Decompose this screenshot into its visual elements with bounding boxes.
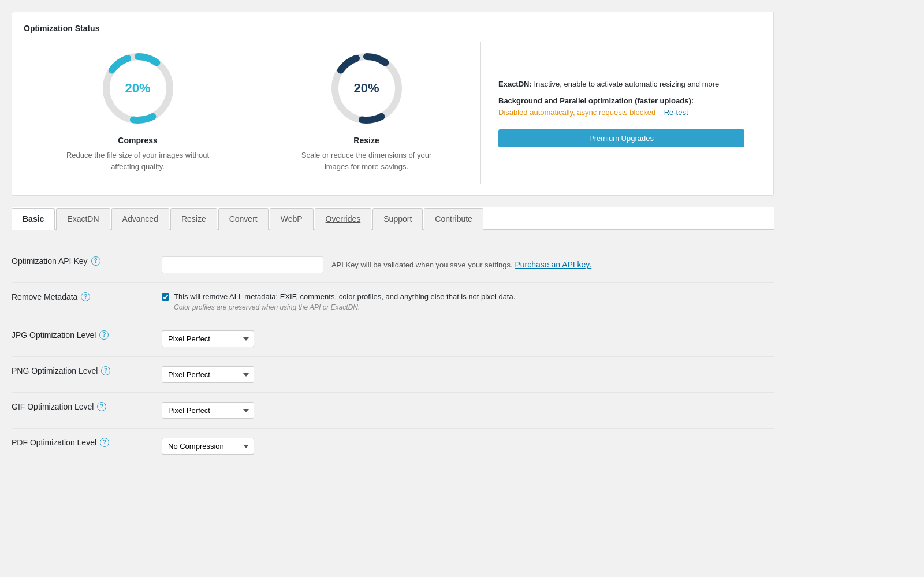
api-key-help-icon[interactable]: ? xyxy=(91,256,100,266)
png-level-row: PNG Optimization Level ? Pixel Perfect H… xyxy=(12,357,774,393)
remove-metadata-sub-text: Color profiles are preserved when using … xyxy=(174,303,515,311)
tab-overrides[interactable]: Overrides xyxy=(315,208,372,230)
compress-panel: 20% Compress Reduce the file size of you… xyxy=(24,42,252,184)
bg-label: Background and Parallel optimization (fa… xyxy=(498,96,694,105)
gif-level-label: GIF Optimization Level xyxy=(12,402,94,411)
tabs-wrapper: Basic ExactDN Advanced Resize Convert We… xyxy=(12,207,774,230)
tab-advanced[interactable]: Advanced xyxy=(111,208,169,230)
status-card: Optimization Status 20% Compress Reduce … xyxy=(12,12,774,196)
remove-metadata-text-block: This will remove ALL metadata: EXIF, com… xyxy=(174,292,515,311)
png-level-label-col: PNG Optimization Level ? xyxy=(12,366,162,375)
resize-donut: 20% xyxy=(326,48,407,129)
remove-metadata-label: Remove Metadata xyxy=(12,292,77,301)
info-panel: ExactDN: Inactive, enable to activate au… xyxy=(481,42,762,184)
remove-metadata-control: This will remove ALL metadata: EXIF, com… xyxy=(162,292,774,311)
retest-link[interactable]: Re-test xyxy=(664,108,688,117)
gif-level-help-icon[interactable]: ? xyxy=(97,402,106,411)
jpg-level-row: JPG Optimization Level ? Pixel Perfect H… xyxy=(12,321,774,357)
png-level-help-icon[interactable]: ? xyxy=(101,366,110,375)
png-level-label: PNG Optimization Level xyxy=(12,366,98,375)
resize-desc: Scale or reduce the dimensions of your i… xyxy=(292,150,442,172)
purchase-api-key-link[interactable]: Purchase an API key. xyxy=(515,260,591,269)
tab-webp[interactable]: WebP xyxy=(270,208,314,230)
remove-metadata-main-text: This will remove ALL metadata: EXIF, com… xyxy=(174,292,515,301)
bg-info: Background and Parallel optimization (fa… xyxy=(498,95,744,118)
status-panels: 20% Compress Reduce the file size of you… xyxy=(24,42,762,184)
bg-separator: – xyxy=(658,108,664,117)
compress-label: Compress xyxy=(118,136,157,145)
remove-metadata-row: Remove Metadata ? This will remove ALL m… xyxy=(12,283,774,321)
remove-metadata-checkbox[interactable] xyxy=(162,293,169,301)
jpg-level-control: Pixel Perfect High Medium Low None xyxy=(162,330,774,347)
tab-convert[interactable]: Convert xyxy=(218,208,269,230)
png-level-select[interactable]: Pixel Perfect High Medium Low None xyxy=(162,366,254,383)
api-key-row: Optimization API Key ? API Key will be v… xyxy=(12,247,774,283)
pdf-level-control: No Compression Pixel Perfect High Medium… xyxy=(162,438,774,455)
remove-metadata-label-col: Remove Metadata ? xyxy=(12,292,162,301)
tab-basic[interactable]: Basic xyxy=(12,208,55,230)
png-level-control: Pixel Perfect High Medium Low None xyxy=(162,366,774,383)
exactdn-info: ExactDN: Inactive, enable to activate au… xyxy=(498,79,744,90)
remove-metadata-help-icon[interactable]: ? xyxy=(81,292,90,301)
jpg-level-label-col: JPG Optimization Level ? xyxy=(12,330,162,340)
tab-contribute[interactable]: Contribute xyxy=(424,208,483,230)
api-key-label: Optimization API Key xyxy=(12,256,88,266)
jpg-level-select[interactable]: Pixel Perfect High Medium Low None xyxy=(162,330,254,347)
compress-percent: 20% xyxy=(125,81,150,96)
exactdn-text: Inactive, enable to activate automatic r… xyxy=(534,80,719,88)
gif-level-row: GIF Optimization Level ? Pixel Perfect H… xyxy=(12,393,774,429)
tab-exactdn[interactable]: ExactDN xyxy=(56,208,110,230)
api-key-control: API Key will be validated when you save … xyxy=(162,256,774,273)
resize-percent: 20% xyxy=(353,81,379,96)
page-wrapper: Optimization Status 20% Compress Reduce … xyxy=(0,0,785,482)
premium-upgrades-button[interactable]: Premium Upgrades xyxy=(498,129,744,147)
pdf-level-label: PDF Optimization Level xyxy=(12,438,96,447)
api-key-label-col: Optimization API Key ? xyxy=(12,256,162,266)
remove-metadata-checkbox-row: This will remove ALL metadata: EXIF, com… xyxy=(162,292,774,311)
pdf-level-select[interactable]: No Compression Pixel Perfect High Medium… xyxy=(162,438,254,455)
pdf-level-help-icon[interactable]: ? xyxy=(100,438,109,447)
api-key-note: API Key will be validated when you save … xyxy=(331,260,513,269)
pdf-level-row: PDF Optimization Level ? No Compression … xyxy=(12,429,774,464)
tab-resize[interactable]: Resize xyxy=(170,208,217,230)
tab-support[interactable]: Support xyxy=(372,208,423,230)
status-card-title: Optimization Status xyxy=(24,24,762,33)
bg-status: Disabled automatically, async requests b… xyxy=(498,108,655,117)
resize-panel: 20% Resize Scale or reduce the dimension… xyxy=(252,42,481,184)
tabs-list: Basic ExactDN Advanced Resize Convert We… xyxy=(12,207,774,229)
compress-donut: 20% xyxy=(98,48,178,129)
gif-level-select[interactable]: Pixel Perfect High Medium Low None xyxy=(162,402,254,419)
jpg-level-help-icon[interactable]: ? xyxy=(99,330,109,340)
api-key-input[interactable] xyxy=(162,256,323,273)
pdf-level-label-col: PDF Optimization Level ? xyxy=(12,438,162,447)
jpg-level-label: JPG Optimization Level xyxy=(12,330,96,340)
exactdn-label: ExactDN: xyxy=(498,80,532,88)
gif-level-control: Pixel Perfect High Medium Low None xyxy=(162,402,774,419)
resize-label: Resize xyxy=(353,136,379,145)
settings-section: Optimization API Key ? API Key will be v… xyxy=(12,241,774,470)
compress-desc: Reduce the file size of your images with… xyxy=(63,150,213,172)
gif-level-label-col: GIF Optimization Level ? xyxy=(12,402,162,411)
